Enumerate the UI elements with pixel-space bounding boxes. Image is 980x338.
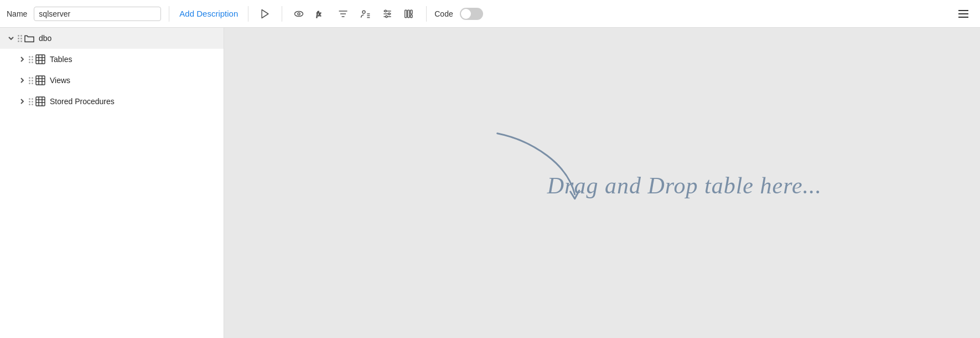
svg-rect-18 — [408, 10, 409, 17]
chevron-right-icon-tables — [18, 55, 27, 64]
svg-point-2 — [298, 12, 300, 14]
drop-hint: Drag and Drop table here... — [547, 172, 822, 199]
svg-point-1 — [295, 11, 303, 16]
canvas-area[interactable]: Drag and Drop table here... — [224, 28, 980, 338]
svg-rect-19 — [411, 10, 412, 14]
sidebar-item-dbo-label: dbo — [39, 34, 51, 43]
main-layout: dbo Tables — [0, 28, 980, 338]
svg-text:fx: fx — [317, 11, 322, 18]
drag-handle — [18, 35, 22, 42]
sidebar-item-tables-label: Tables — [50, 55, 72, 64]
chevron-right-icon-sp — [18, 97, 27, 106]
table-icon-views — [35, 75, 45, 85]
sliders-button[interactable] — [378, 6, 396, 22]
svg-point-16 — [386, 16, 387, 17]
fx-button[interactable]: fx — [312, 6, 330, 22]
columns-button[interactable] — [401, 6, 418, 22]
svg-rect-34 — [36, 97, 45, 106]
chevron-down-icon — [7, 34, 15, 43]
svg-rect-24 — [36, 55, 45, 64]
divider-3 — [282, 6, 282, 22]
toolbar: Name Add Description fx — [0, 0, 980, 28]
preview-button[interactable] — [290, 6, 308, 22]
drag-handle-tables — [29, 56, 33, 63]
svg-marker-0 — [262, 9, 268, 18]
sidebar-item-dbo[interactable]: dbo — [0, 28, 224, 49]
chevron-right-icon-views — [18, 76, 27, 85]
svg-point-14 — [385, 10, 386, 12]
drag-handle-views — [29, 77, 33, 84]
sliders-icon — [382, 8, 393, 19]
sidebar-item-sp-label: Stored Procedures — [50, 97, 115, 106]
sidebar-item-stored-procedures[interactable]: Stored Procedures — [0, 91, 224, 112]
table-icon-sp — [35, 96, 45, 106]
hamburger-icon — [957, 7, 970, 21]
drag-drop-arrow — [481, 128, 603, 200]
drag-handle-sp — [29, 98, 33, 105]
divider-2 — [248, 6, 248, 22]
name-label: Name — [7, 9, 27, 18]
user-filter-button[interactable] — [356, 6, 374, 22]
filter-button[interactable] — [334, 6, 352, 22]
user-filter-icon — [360, 8, 371, 19]
svg-rect-20 — [411, 14, 412, 17]
code-toggle[interactable] — [460, 8, 483, 20]
divider-4 — [426, 6, 427, 22]
sidebar-item-views[interactable]: Views — [0, 70, 224, 91]
columns-icon — [404, 8, 415, 19]
folder-icon — [24, 33, 34, 43]
name-input[interactable] — [34, 7, 161, 21]
svg-point-15 — [388, 13, 390, 14]
sidebar-item-views-label: Views — [50, 76, 70, 85]
filter-icon — [338, 8, 349, 19]
code-label: Code — [434, 9, 453, 18]
sidebar: dbo Tables — [0, 28, 224, 338]
svg-rect-29 — [36, 76, 45, 85]
hamburger-menu-button[interactable] — [953, 5, 973, 23]
add-description-button[interactable]: Add Description — [177, 9, 240, 18]
eye-icon — [293, 8, 304, 19]
play-icon — [260, 8, 271, 19]
sidebar-item-tables[interactable]: Tables — [0, 49, 224, 70]
fx-icon: fx — [315, 8, 326, 19]
play-button[interactable] — [256, 6, 274, 22]
svg-point-7 — [362, 11, 365, 13]
table-icon-tables — [35, 54, 45, 64]
divider-1 — [169, 6, 169, 22]
svg-rect-17 — [405, 10, 407, 17]
